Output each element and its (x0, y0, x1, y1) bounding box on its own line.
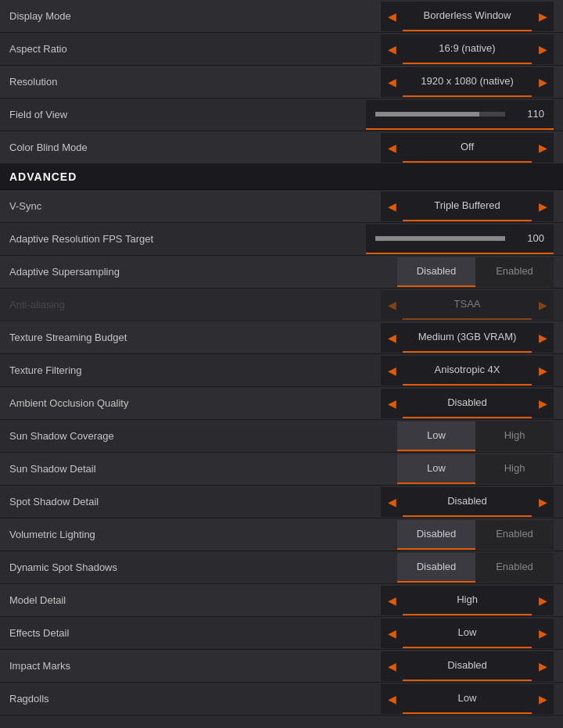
slider-wrapper-field-of-view[interactable]: 110 (366, 100, 554, 130)
right-arrow-color-blind-mode[interactable]: ▶ (532, 133, 554, 163)
left-arrow-effects-detail[interactable]: ◀ (381, 619, 403, 648)
label-aspect-ratio: Aspect Ratio (9, 43, 381, 55)
toggle-btn-dynamic-spot-shadows-disabled[interactable]: Disabled (397, 553, 475, 583)
right-arrow-resolution[interactable]: ▶ (532, 67, 554, 97)
label-sun-shadow-coverage: Sun Shadow Coverage (9, 430, 397, 442)
setting-row-sun-shadow-detail: Sun Shadow DetailLowHigh (0, 453, 563, 486)
toggle-group-sun-shadow-coverage: LowHigh (397, 421, 554, 451)
setting-row-adaptive-resolution-fps: Adaptive Resolution FPS Target100 (0, 223, 563, 256)
label-display-mode: Display Mode (9, 10, 381, 22)
setting-row-field-of-view: Field of View110 (0, 99, 563, 131)
value-aspect-ratio: 16:9 (native) (403, 34, 532, 64)
setting-row-texture-streaming-budget: Texture Streaming Budget◀Medium (3GB VRA… (0, 321, 563, 354)
right-arrow-texture-streaming-budget[interactable]: ▶ (532, 323, 554, 353)
left-arrow-model-detail[interactable]: ◀ (381, 586, 403, 615)
toggle-btn-sun-shadow-detail-low[interactable]: Low (397, 454, 475, 484)
right-arrow-ambient-occlusion[interactable]: ▶ (532, 389, 554, 418)
setting-row-ragdolls: Ragdolls◀Low▶ (0, 683, 563, 715)
value-spot-shadow-detail: Disabled (403, 487, 532, 517)
setting-row-sun-shadow-coverage: Sun Shadow CoverageLowHigh (0, 420, 563, 453)
slider-fill-field-of-view (375, 112, 479, 117)
left-arrow-impact-marks[interactable]: ◀ (381, 651, 403, 681)
advanced-section-header: ADVANCED (0, 164, 563, 190)
label-model-detail: Model Detail (9, 594, 381, 606)
left-arrow-texture-filtering[interactable]: ◀ (381, 356, 403, 386)
advanced-header-text: ADVANCED (9, 170, 77, 183)
left-arrow-ambient-occlusion[interactable]: ◀ (381, 389, 403, 418)
value-ambient-occlusion: Disabled (403, 389, 532, 418)
setting-row-aspect-ratio: Aspect Ratio◀16:9 (native)▶ (0, 33, 563, 66)
control-texture-filtering: ◀Anisotropic 4X▶ (381, 356, 554, 386)
control-display-mode: ◀Borderless Window▶ (381, 2, 554, 31)
toggle-btn-sun-shadow-coverage-low[interactable]: Low (397, 421, 475, 451)
label-effects-detail: Effects Detail (9, 627, 381, 639)
value-ragdolls: Low (403, 684, 532, 714)
control-v-sync: ◀Triple Buffered▶ (381, 192, 554, 221)
setting-row-display-mode: Display Mode◀Borderless Window▶ (0, 0, 563, 33)
toggle-group-volumetric-lighting: DisabledEnabled (397, 520, 554, 550)
setting-row-ambient-occlusion: Ambient Occlusion Quality◀Disabled▶ (0, 387, 563, 420)
control-resolution: ◀1920 x 1080 (native)▶ (381, 67, 554, 97)
setting-row-color-blind-mode: Color Blind Mode◀Off▶ (0, 131, 563, 164)
control-effects-detail: ◀Low▶ (381, 619, 554, 648)
value-impact-marks: Disabled (403, 651, 532, 681)
setting-row-volumetric-lighting: Volumetric LightingDisabledEnabled (0, 518, 563, 551)
label-ragdolls: Ragdolls (9, 693, 381, 705)
setting-row-v-sync: V-Sync◀Triple Buffered▶ (0, 190, 563, 223)
control-color-blind-mode: ◀Off▶ (381, 133, 554, 163)
toggle-btn-adaptive-supersampling-enabled[interactable]: Enabled (475, 257, 554, 287)
right-arrow-ragdolls[interactable]: ▶ (532, 684, 554, 714)
value-texture-filtering: Anisotropic 4X (403, 356, 532, 386)
right-arrow-aspect-ratio[interactable]: ▶ (532, 34, 554, 64)
toggle-btn-volumetric-lighting-disabled[interactable]: Disabled (397, 520, 475, 550)
left-arrow-ragdolls[interactable]: ◀ (381, 684, 403, 714)
control-model-detail: ◀High▶ (381, 586, 554, 615)
right-arrow-effects-detail[interactable]: ▶ (532, 619, 554, 648)
setting-row-anti-aliasing: Anti-aliasing◀TSAA▶ (0, 289, 563, 321)
right-arrow-impact-marks[interactable]: ▶ (532, 651, 554, 681)
toggle-btn-volumetric-lighting-enabled[interactable]: Enabled (475, 520, 554, 550)
slider-track-adaptive-resolution-fps (375, 236, 505, 241)
slider-value-adaptive-resolution-fps: 100 (513, 232, 544, 244)
toggle-btn-sun-shadow-coverage-high[interactable]: High (475, 421, 554, 451)
label-texture-filtering: Texture Filtering (9, 364, 381, 376)
right-arrow-anti-aliasing[interactable]: ▶ (532, 290, 554, 320)
value-display-mode: Borderless Window (403, 2, 532, 31)
left-arrow-color-blind-mode[interactable]: ◀ (381, 133, 403, 163)
label-volumetric-lighting: Volumetric Lighting (9, 529, 397, 540)
toggle-btn-sun-shadow-detail-high[interactable]: High (475, 454, 554, 484)
control-ambient-occlusion: ◀Disabled▶ (381, 389, 554, 418)
left-arrow-aspect-ratio[interactable]: ◀ (381, 34, 403, 64)
setting-row-adaptive-supersampling: Adaptive SupersamplingDisabledEnabled (0, 256, 563, 289)
setting-row-impact-marks: Impact Marks◀Disabled▶ (0, 650, 563, 683)
right-arrow-display-mode[interactable]: ▶ (532, 2, 554, 31)
value-color-blind-mode: Off (403, 133, 532, 163)
left-arrow-display-mode[interactable]: ◀ (381, 2, 403, 31)
setting-row-spot-shadow-detail: Spot Shadow Detail◀Disabled▶ (0, 486, 563, 518)
label-adaptive-resolution-fps: Adaptive Resolution FPS Target (9, 233, 366, 245)
label-field-of-view: Field of View (9, 109, 366, 120)
left-arrow-v-sync[interactable]: ◀ (381, 192, 403, 221)
toggle-btn-dynamic-spot-shadows-enabled[interactable]: Enabled (475, 553, 554, 583)
toggle-group-sun-shadow-detail: LowHigh (397, 454, 554, 484)
left-arrow-spot-shadow-detail[interactable]: ◀ (381, 487, 403, 517)
right-arrow-v-sync[interactable]: ▶ (532, 192, 554, 221)
setting-row-effects-detail: Effects Detail◀Low▶ (0, 617, 563, 650)
left-arrow-texture-streaming-budget[interactable]: ◀ (381, 323, 403, 353)
right-arrow-texture-filtering[interactable]: ▶ (532, 356, 554, 386)
slider-fill-adaptive-resolution-fps (375, 236, 505, 241)
slider-wrapper-adaptive-resolution-fps[interactable]: 100 (366, 224, 554, 254)
right-arrow-spot-shadow-detail[interactable]: ▶ (532, 487, 554, 517)
value-effects-detail: Low (403, 619, 532, 648)
setting-row-dynamic-spot-shadows: Dynamic Spot ShadowsDisabledEnabled (0, 551, 563, 584)
label-v-sync: V-Sync (9, 200, 381, 212)
label-resolution: Resolution (9, 76, 381, 88)
control-impact-marks: ◀Disabled▶ (381, 651, 554, 681)
label-ambient-occlusion: Ambient Occlusion Quality (9, 397, 381, 409)
left-arrow-anti-aliasing[interactable]: ◀ (381, 290, 403, 320)
right-arrow-model-detail[interactable]: ▶ (532, 586, 554, 615)
toggle-btn-adaptive-supersampling-disabled[interactable]: Disabled (397, 257, 475, 287)
left-arrow-resolution[interactable]: ◀ (381, 67, 403, 97)
toggle-group-dynamic-spot-shadows: DisabledEnabled (397, 553, 554, 583)
slider-value-field-of-view: 110 (513, 108, 544, 120)
